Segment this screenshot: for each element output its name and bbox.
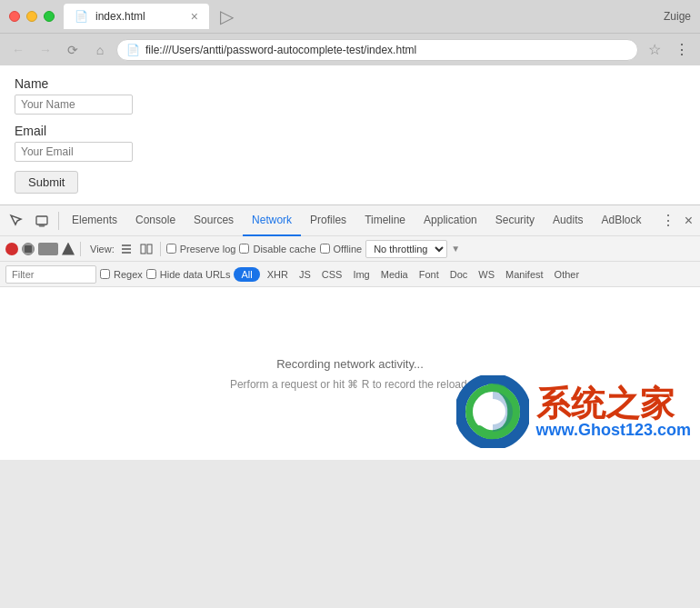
filter-doc[interactable]: Doc	[446, 269, 472, 280]
hide-data-urls-checkbox[interactable]: Hide data URLs	[146, 269, 231, 280]
maximize-button[interactable]	[44, 11, 55, 22]
tab-audits[interactable]: Audits	[544, 205, 592, 236]
tab-timeline[interactable]: Timeline	[355, 205, 415, 236]
filter-xhr[interactable]: XHR	[264, 269, 292, 280]
recording-text: Recording network activity...	[276, 357, 424, 371]
filter-img[interactable]: Img	[349, 269, 373, 280]
url-bar[interactable]: 📄 file:///Users/antti/password-autocompl…	[116, 39, 638, 61]
home-button[interactable]: ⌂	[89, 39, 111, 61]
tab-close-icon[interactable]: ×	[191, 9, 198, 24]
watermark-text: 系统之家 www.Ghost123.com	[536, 386, 691, 440]
svg-rect-1	[39, 225, 45, 226]
view-label: View:	[90, 244, 115, 254]
tab-adblock[interactable]: AdBlock	[592, 205, 650, 236]
filter-font[interactable]: Font	[415, 269, 443, 280]
page-content: Name Email Submit	[0, 65, 700, 204]
reload-hint-text: Perform a request or hit ⌘ R to record t…	[230, 378, 470, 391]
devtools-content: Recording network activity... Perform a …	[0, 287, 700, 460]
window-controls	[9, 11, 55, 22]
name-label: Name	[15, 76, 685, 91]
minimize-button[interactable]	[26, 11, 37, 22]
new-tab-button[interactable]: ▷	[213, 4, 240, 29]
tab-security[interactable]: Security	[486, 205, 544, 236]
username-label: Zuige	[664, 10, 691, 23]
devtools-panel: Elements Console Sources Network Profile…	[0, 204, 700, 460]
email-input[interactable]	[15, 142, 133, 162]
tab-title: index.html	[95, 10, 184, 23]
forward-button[interactable]: →	[35, 39, 56, 61]
email-label: Email	[15, 124, 685, 138]
devtools-tabs: Elements Console Sources Network Profile…	[0, 205, 700, 236]
throttle-select[interactable]: No throttling	[365, 240, 447, 258]
svg-rect-6	[147, 244, 152, 254]
watermark-cn-text: 系统之家	[536, 386, 691, 421]
filter-css[interactable]: CSS	[318, 269, 346, 280]
offline-checkbox[interactable]: Offline	[320, 244, 363, 254]
regex-checkbox[interactable]: Regex	[100, 269, 143, 280]
url-file-icon: 📄	[126, 44, 140, 56]
browser-tab[interactable]: 📄 index.html ×	[64, 4, 209, 29]
filter-input[interactable]	[5, 265, 96, 284]
svg-rect-0	[36, 216, 47, 224]
devtools-filter-row: Regex Hide data URLs All XHR JS CSS Img …	[0, 262, 700, 287]
tab-profiles[interactable]: Profiles	[301, 205, 355, 236]
devtools-controls: View: Preserve log Disable cache Offline…	[0, 236, 700, 262]
bookmark-icon[interactable]: ☆	[644, 39, 665, 61]
svg-rect-5	[141, 244, 145, 254]
tab-elements[interactable]: Elements	[63, 205, 126, 236]
view-detail-icon[interactable]	[138, 241, 155, 257]
reload-button[interactable]: ⟳	[62, 39, 84, 61]
camera-button[interactable]	[38, 243, 58, 255]
title-bar: 📄 index.html × ▷ Zuige	[0, 0, 700, 33]
submit-button[interactable]: Submit	[15, 171, 78, 194]
filter-manifest[interactable]: Manifest	[502, 269, 547, 280]
record-button[interactable]	[5, 243, 18, 255]
back-button[interactable]: ←	[7, 39, 29, 61]
url-text: file:///Users/antti/password-autocomplet…	[145, 44, 628, 56]
close-button[interactable]	[9, 11, 20, 22]
filter-ws[interactable]: WS	[475, 269, 498, 280]
devtools-more-icon[interactable]: ⋮	[655, 212, 681, 229]
inspect-icon[interactable]	[5, 209, 28, 233]
disable-cache-checkbox[interactable]: Disable cache	[239, 244, 315, 254]
view-list-icon[interactable]	[118, 241, 135, 257]
watermark-logo	[456, 375, 529, 451]
preserve-log-checkbox[interactable]: Preserve log	[166, 244, 236, 254]
address-bar: ← → ⟳ ⌂ 📄 file:///Users/antti/password-a…	[0, 33, 700, 65]
menu-icon[interactable]: ⋮	[671, 39, 693, 61]
device-icon[interactable]	[30, 209, 54, 233]
watermark-url-text: www.Ghost123.com	[536, 421, 691, 440]
throttle-dropdown-icon[interactable]: ▼	[451, 244, 460, 254]
name-input[interactable]	[15, 95, 133, 115]
filter-js[interactable]: JS	[295, 269, 315, 280]
devtools-close-icon[interactable]: ×	[681, 213, 696, 229]
tab-network[interactable]: Network	[243, 205, 301, 236]
filter-all[interactable]: All	[234, 267, 259, 282]
svg-point-11	[480, 399, 505, 424]
tab-bar: 📄 index.html × ▷	[64, 4, 691, 29]
filter-media[interactable]: Media	[377, 269, 412, 280]
tab-console[interactable]: Console	[126, 205, 185, 236]
stop-icon	[25, 245, 32, 253]
filter-other[interactable]: Other	[551, 269, 584, 280]
stop-button[interactable]	[22, 243, 35, 255]
filter-icon[interactable]	[62, 243, 75, 255]
tab-application[interactable]: Application	[415, 205, 486, 236]
tab-sources[interactable]: Sources	[185, 205, 243, 236]
